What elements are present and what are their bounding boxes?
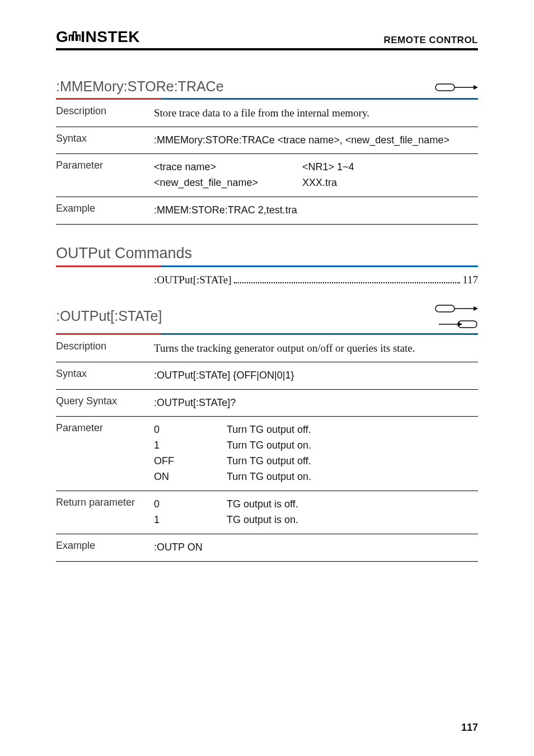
param-name: <new_dest_file_name> [154,175,302,191]
parameter-body: 0Turn TG output off. 1Turn TG output on.… [154,422,478,485]
example-text: :OUTP ON [154,540,478,556]
syntax-text: :MMEMory:STORe:TRACe <trace name>, <new_… [154,133,478,148]
svg-marker-5 [474,306,478,311]
description-label: Description [56,105,154,117]
divider [56,561,478,562]
example-label: Example [56,203,154,214]
description-row: Description Store trace data to a file f… [56,100,478,127]
param-desc: Turn TG output off. [227,422,478,438]
header-rule [56,48,478,50]
param-value: 1 [154,438,227,454]
header-section-title: REMOTE CONTROL [384,35,479,46]
page-number: 117 [461,722,478,734]
return-value: 0 [154,497,227,512]
return-parameter-row: Return parameter 0TG output is off. 1TG … [56,491,478,534]
param-desc: Turn TG output off. [227,454,478,469]
svg-marker-2 [474,85,478,90]
brand-logo: GINSTEK [56,28,140,46]
param-desc: Turn TG output on. [227,438,478,454]
toc-page: 117 [462,274,478,286]
parameter-label: Parameter [56,422,154,434]
description-label: Description [56,340,154,352]
command-title-output-state: :OUTPut[:STATe] [56,302,478,330]
param-name: <trace name> [154,160,302,175]
param-value: <NR1> 1~4 [302,160,478,175]
description-text: Turns the tracking generator output on/o… [154,340,478,356]
return-parameter-body: 0TG output is off. 1TG output is on. [154,497,478,528]
description-row: Description Turns the tracking generator… [56,335,478,362]
return-parameter-label: Return parameter [56,497,154,508]
syntax-text: :OUTPut[:STATe] {OFF|ON|0|1} [154,368,478,384]
command-title-text: :OUTPut[:STATe] [56,308,162,324]
set-icon [434,81,478,93]
parameter-body: <trace name> <NR1> 1~4 <new_dest_file_na… [154,160,478,191]
param-value: 0 [154,422,227,438]
example-row: Example :OUTP ON [56,534,478,561]
return-desc: TG output is off. [227,497,478,512]
page-header: GINSTEK REMOTE CONTROL [56,28,478,46]
example-text: :MMEM:STORe:TRAC 2,test.tra [154,203,478,218]
return-desc: TG output is on. [227,512,478,528]
toc-item: :OUTPut[:STATe] [154,274,232,286]
command-title-store-trace: :MMEMory:STORe:TRACe [56,78,478,95]
query-syntax-row: Query Syntax :OUTPut[:STATe]? [56,390,478,417]
section-title-output: OUTPut Commands [56,245,478,262]
color-rule [56,265,478,267]
parameter-row: Parameter 0Turn TG output off. 1Turn TG … [56,417,478,491]
param-value: ON [154,469,227,485]
query-syntax-text: :OUTPut[:STATe]? [154,395,478,411]
parameter-label: Parameter [56,160,154,171]
syntax-row: Syntax :OUTPut[:STATe] {OFF|ON|0|1} [56,362,478,389]
query-syntax-label: Query Syntax [56,395,154,407]
parameter-row: Parameter <trace name> <NR1> 1~4 <new_de… [56,154,478,197]
svg-rect-0 [435,84,455,91]
command-title-text: :MMEMory:STORe:TRACe [56,78,224,95]
example-row: Example :MMEM:STORe:TRAC 2,test.tra [56,197,478,224]
param-desc: Turn TG output on. [227,469,478,485]
toc-entry: :OUTPut[:STATe] 117 [154,274,478,286]
set-query-icon [434,302,478,330]
toc-leader-dots [234,282,461,283]
param-value: XXX.tra [302,175,478,191]
divider [56,224,478,225]
svg-rect-3 [435,305,455,312]
syntax-row: Syntax :MMEMory:STORe:TRACe <trace name>… [56,127,478,154]
syntax-label: Syntax [56,133,154,144]
return-value: 1 [154,512,227,528]
description-text: Store trace data to a file from the inte… [154,105,478,121]
syntax-label: Syntax [56,368,154,380]
example-label: Example [56,540,154,552]
param-value: OFF [154,454,227,469]
